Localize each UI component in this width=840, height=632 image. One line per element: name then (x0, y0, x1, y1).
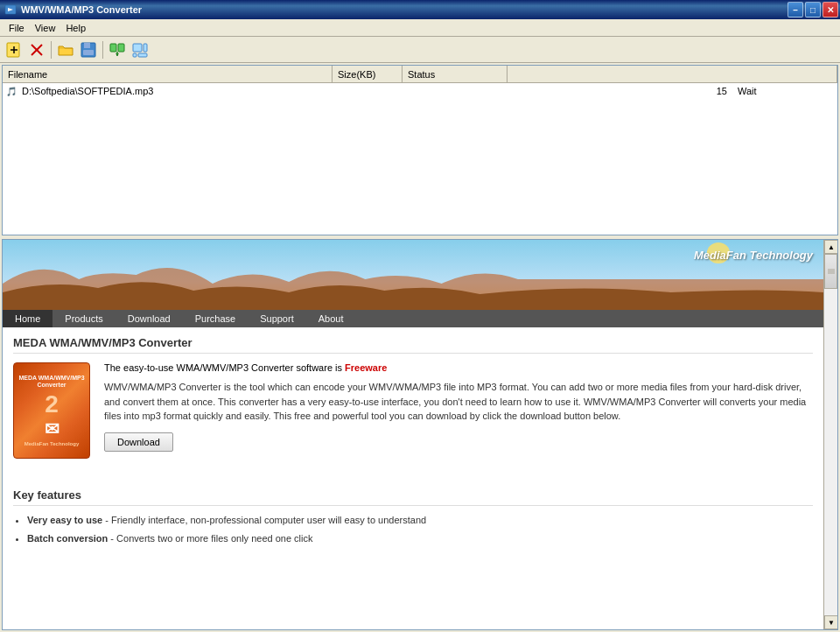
freeware-label: Freeware (345, 362, 387, 373)
product-description: The easy-to-use WMA/WMV/MP3 Converter so… (104, 362, 813, 459)
download-button[interactable]: Download (104, 432, 173, 452)
maximize-button[interactable]: □ (805, 2, 821, 18)
add-file-button[interactable] (4, 39, 24, 60)
svg-rect-16 (138, 53, 147, 57)
svg-rect-8 (84, 43, 90, 48)
product-info: MEDA WMA/WMV/MP3Converter 2 ✉ MediaFan T… (13, 362, 813, 459)
product-box-sub: MediaFan Technology (24, 441, 80, 446)
file-name: D:\Softpedia\SOFTPEDIA.mp3 (20, 86, 662, 96)
convert-button[interactable] (107, 39, 128, 60)
list-item: Batch conversion - Converts two or more … (27, 531, 813, 546)
svg-rect-15 (133, 53, 136, 57)
web-panel: MediaFan Technology Home Products Downlo… (2, 239, 838, 630)
open-folder-button[interactable] (55, 39, 76, 60)
menu-file[interactable]: File (4, 21, 30, 35)
header-filename: Filename (3, 66, 332, 82)
key-features-title: Key features (13, 488, 813, 506)
nav-bar: Home Products Download Purchase Support … (3, 310, 823, 327)
close-button[interactable]: ✕ (822, 2, 838, 18)
nav-about[interactable]: About (306, 310, 356, 327)
nav-products[interactable]: Products (52, 310, 115, 327)
feature-bold-1: Very easy to use (27, 515, 102, 525)
main-window: WMV/WMA/MP3 Converter – □ ✕ File View He… (0, 0, 840, 632)
window-title: WMV/WMA/MP3 Converter (21, 4, 142, 15)
nav-support[interactable]: Support (248, 310, 306, 327)
scrollbar[interactable]: ▲ ▼ (823, 240, 837, 629)
feature-text-1: - Friendly interface, non-professional c… (102, 515, 426, 525)
header-size: Size(KB) (332, 66, 402, 82)
header-status: Status (402, 66, 508, 82)
product-box-title: MEDA WMA/WMV/MP3Converter (18, 375, 84, 390)
file-icon: 🎵 (3, 87, 20, 96)
menu-view[interactable]: View (30, 21, 61, 35)
file-status: Wait (732, 86, 837, 96)
svg-rect-9 (83, 50, 94, 55)
app-icon (4, 3, 18, 17)
toolbar-sep-1 (51, 41, 52, 59)
menu-bar: File View Help (0, 19, 840, 37)
title-bar: WMV/WMA/MP3 Converter – □ ✕ (0, 0, 840, 19)
table-row[interactable]: 🎵 D:\Softpedia\SOFTPEDIA.mp3 15 Wait (3, 83, 837, 99)
feature-text-2: - Converts two or more files only need o… (108, 533, 312, 544)
svg-rect-13 (133, 44, 142, 52)
header-extra (508, 66, 837, 82)
scroll-down-button[interactable]: ▼ (824, 615, 838, 629)
site-brand: MediaFan Technology (694, 249, 813, 262)
scroll-grip (828, 270, 835, 274)
file-list: Filename Size(KB) Status 🎵 D:\Softpedia\… (2, 65, 838, 235)
site-banner: MediaFan Technology (3, 240, 823, 310)
scroll-thumb[interactable] (824, 254, 837, 289)
web-content: MediaFan Technology Home Products Downlo… (3, 240, 823, 629)
nav-purchase[interactable]: Purchase (183, 310, 248, 327)
tagline-prefix: The easy-to-use WMA/WMV/MP3 Converter so… (104, 362, 345, 373)
menu-help[interactable]: Help (60, 21, 91, 35)
nav-download[interactable]: Download (116, 310, 183, 327)
toolbar-sep-2 (102, 41, 103, 59)
save-button[interactable] (78, 39, 99, 60)
svg-rect-10 (110, 44, 116, 52)
scroll-track[interactable] (824, 254, 837, 615)
feature-bold-2: Batch conversion (27, 533, 108, 544)
svg-rect-14 (144, 44, 147, 52)
product-box-num: 2 (45, 390, 59, 418)
svg-rect-11 (118, 44, 124, 52)
scroll-up-button[interactable]: ▲ (824, 240, 838, 254)
key-features: Key features Very easy to use - Friendly… (3, 480, 823, 558)
product-box-icon: ✉ (45, 418, 60, 439)
desc-text: WMV/WMA/MP3 Converter is the tool which … (104, 380, 813, 424)
remove-button[interactable] (26, 39, 47, 60)
file-size: 15 (662, 86, 732, 96)
site-body: MEDA WMA/WMV/MP3 Converter MEDA WMA/WMV/… (3, 327, 823, 480)
nav-home[interactable]: Home (3, 310, 52, 327)
page-title: MEDA WMA/WMV/MP3 Converter (13, 336, 813, 354)
toolbar (0, 37, 840, 63)
feature-list: Very easy to use - Friendly interface, n… (13, 513, 813, 545)
product-box: MEDA WMA/WMV/MP3Converter 2 ✉ MediaFan T… (13, 362, 90, 459)
list-item: Very easy to use - Friendly interface, n… (27, 513, 813, 528)
minimize-button[interactable]: – (788, 2, 803, 18)
settings-button[interactable] (130, 39, 150, 60)
file-list-header: Filename Size(KB) Status (3, 66, 837, 83)
